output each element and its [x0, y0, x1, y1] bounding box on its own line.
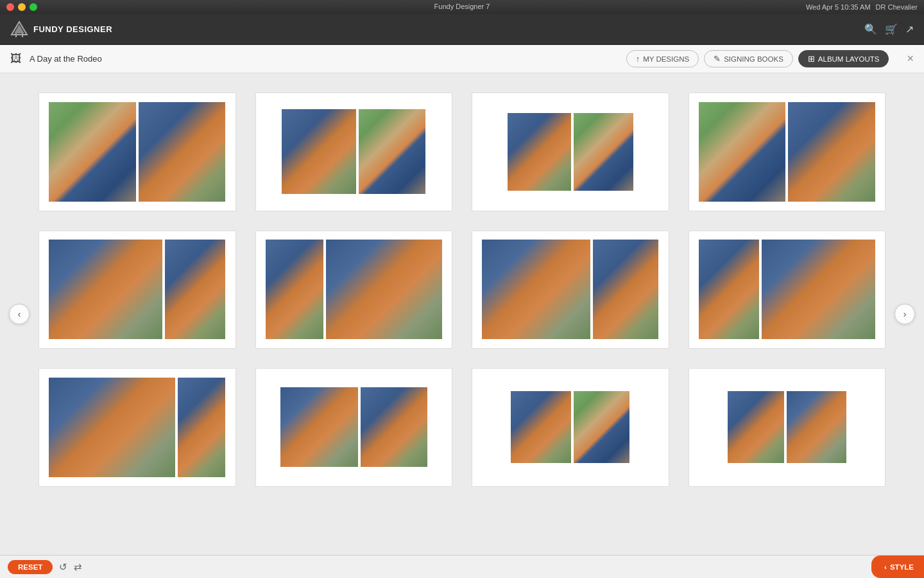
photo-slot-1-2 [139, 102, 225, 202]
photo-slot-9-1 [49, 378, 175, 477]
maximize-window-btn[interactable] [30, 3, 37, 11]
app-logo: FUNDY DESIGNER [10, 21, 112, 39]
photo-slot-6-2 [326, 240, 442, 339]
photo-slot-1-1 [49, 102, 135, 202]
photo-slot-12-2 [787, 391, 846, 463]
system-time: Wed Apr 5 10:35 AM [806, 3, 871, 11]
photo-slot-11-1 [511, 391, 570, 463]
layout-11-container [482, 378, 658, 477]
photo-slot-12-1 [728, 391, 784, 463]
projectbar: 🖼 A Day at the Rodeo ↑ MY DESIGNS ✎ SIGN… [0, 45, 924, 73]
photo-slot-3-1 [508, 113, 571, 191]
layout-card-3[interactable] [472, 92, 669, 211]
photo-slot-3-2 [574, 113, 633, 191]
reset-button[interactable]: RESET [8, 560, 53, 574]
tab-signing-books-label: SIGNING BOOKS [724, 55, 783, 63]
tab-album-layouts-label: ALBUM LAYOUTS [818, 55, 880, 63]
tab-my-designs[interactable]: ↑ MY DESIGNS [626, 50, 699, 67]
photo-slot-10-1 [280, 387, 358, 467]
photo-slot-7-1 [482, 240, 590, 339]
tab-album-layouts[interactable]: ⊞ ALBUM LAYOUTS [798, 50, 889, 67]
system-username: DR Chevalier [876, 3, 918, 11]
tab-signing-books[interactable]: ✎ SIGNING BOOKS [704, 50, 793, 67]
layout-3-container [482, 102, 658, 202]
close-project-btn[interactable]: × [907, 52, 914, 66]
layout-card-10[interactable] [255, 368, 453, 487]
fundy-logo-icon [10, 21, 28, 39]
tab-my-designs-label: MY DESIGNS [643, 55, 689, 63]
titlebar-right: Wed Apr 5 10:35 AM DR Chevalier [806, 3, 918, 11]
titlebar: Fundy Designer 7 Wed Apr 5 10:35 AM DR C… [0, 0, 924, 14]
app-name: Fundy Designer 7 [434, 3, 490, 11]
layout-card-4[interactable] [689, 92, 886, 211]
photo-slot-2-2 [359, 109, 425, 194]
photo-slot-5-2 [165, 240, 225, 339]
layout-4-container [699, 102, 875, 202]
layout-card-12[interactable] [689, 368, 886, 487]
style-button[interactable]: ‹ STYLE [871, 556, 924, 578]
photo-slot-4-2 [788, 102, 875, 202]
layout-2-container [266, 102, 442, 202]
layout-5-container [49, 240, 225, 339]
layout-7-container [482, 240, 658, 339]
photo-slot-8-2 [762, 240, 875, 339]
layout-card-1[interactable] [38, 92, 236, 211]
app-title: FUNDY DESIGNER [33, 24, 112, 34]
export-icon[interactable]: ↗ [905, 23, 914, 35]
style-label: STYLE [890, 563, 914, 571]
project-icon: 🖼 [10, 52, 22, 66]
next-arrow-icon: › [903, 309, 907, 319]
photo-slot-4-1 [699, 102, 785, 202]
search-icon[interactable]: 🔍 [864, 23, 877, 35]
layout-card-9[interactable] [38, 368, 236, 487]
album-layouts-icon: ⊞ [808, 54, 815, 64]
photo-slot-5-1 [49, 240, 162, 339]
bottombar: RESET ↺ ⇄ ‹ STYLE [0, 555, 924, 578]
photo-slot-10-2 [361, 387, 427, 467]
titlebar-center: Fundy Designer 7 [434, 3, 490, 11]
layout-10-container [266, 378, 442, 477]
layout-card-7[interactable] [472, 231, 669, 349]
layout-card-8[interactable] [689, 231, 886, 349]
next-page-btn[interactable]: › [894, 304, 915, 324]
rotate-icon[interactable]: ↺ [59, 561, 67, 573]
prev-page-btn[interactable]: ‹ [9, 304, 30, 324]
flip-icon[interactable]: ⇄ [74, 561, 82, 573]
layout-card-6[interactable] [255, 231, 453, 349]
minimize-window-btn[interactable] [18, 3, 26, 11]
layout-12-container [699, 378, 875, 477]
layout-card-5[interactable] [38, 231, 236, 349]
layout-grid [38, 92, 886, 487]
layout-6-container [266, 240, 442, 339]
appbar: FUNDY DESIGNER 🔍 🛒 ↗ [0, 14, 924, 45]
photo-slot-9-2 [178, 378, 225, 477]
photo-slot-2-1 [282, 109, 355, 194]
photo-slot-7-2 [593, 240, 658, 339]
close-window-btn[interactable] [6, 3, 14, 11]
photo-slot-6-1 [266, 240, 323, 339]
window-controls [6, 3, 37, 11]
layout-1-container [49, 102, 225, 202]
layout-card-11[interactable] [472, 368, 669, 487]
main-content: ‹ › [0, 73, 924, 555]
style-arrow-icon: ‹ [884, 563, 887, 571]
photo-slot-11-2 [574, 391, 630, 463]
photo-slot-8-1 [699, 240, 759, 339]
layout-8-container [699, 240, 875, 339]
layout-9-container [49, 378, 225, 477]
my-designs-icon: ↑ [636, 54, 640, 64]
layout-card-2[interactable] [255, 92, 453, 211]
cart-icon[interactable]: 🛒 [885, 23, 898, 35]
project-name: A Day at the Rodeo [30, 54, 619, 64]
prev-arrow-icon: ‹ [18, 309, 21, 319]
appbar-actions: 🔍 🛒 ↗ [864, 23, 914, 35]
project-tabs: ↑ MY DESIGNS ✎ SIGNING BOOKS ⊞ ALBUM LAY… [626, 50, 889, 67]
signing-books-icon: ✎ [714, 54, 721, 64]
